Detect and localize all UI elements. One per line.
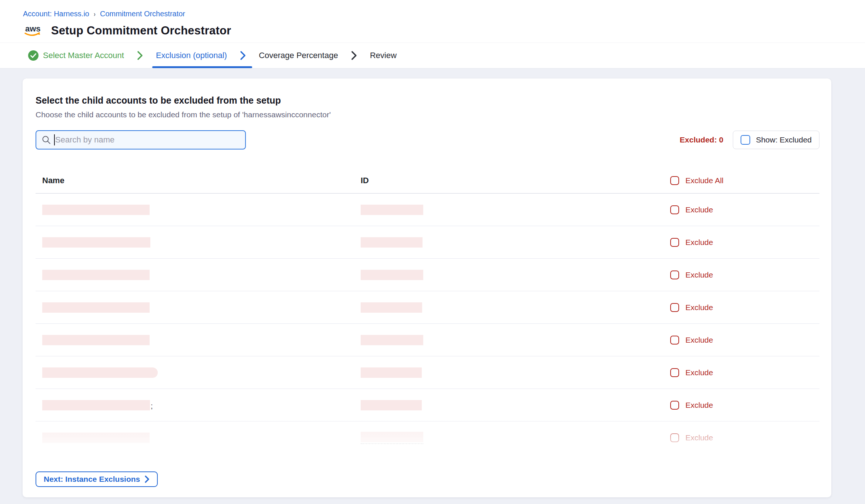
exclude-all-control: Exclude All [670,176,813,185]
child-accounts-table: Name ID Exclude All Exclude [36,168,819,454]
cell-id [361,205,670,215]
cell-exclude: Exclude [670,238,813,247]
text-cursor [54,134,55,145]
exclude-checkbox[interactable] [670,368,679,377]
exclude-label: Exclude [685,303,713,312]
cell-id [361,237,670,248]
breadcrumb: Account: Harness.io › Commitment Orchest… [0,0,865,18]
table-row: Exclude [36,421,819,454]
step-select-master-account[interactable]: Select Master Account [28,43,124,68]
search-box[interactable] [36,130,246,149]
app-header: Account: Harness.io › Commitment Orchest… [0,0,865,68]
step-label: Select Master Account [43,51,124,60]
exclude-checkbox[interactable] [670,401,679,410]
cell-name [42,335,361,345]
table-row: Exclude [36,291,819,324]
cell-name [42,270,361,280]
cell-id [361,432,670,444]
redacted-account-id [361,400,422,410]
redacted-account-id [361,432,423,442]
column-header-id: ID [361,176,670,185]
table-row: Exclude [36,259,819,291]
cell-id [361,400,670,410]
aws-logo-icon: aws [24,23,43,38]
breadcrumb-page-link[interactable]: Commitment Orchestrator [100,10,185,18]
exclude-label: Exclude [685,205,713,214]
cell-name: ; [42,400,361,410]
step-coverage-percentage[interactable]: Coverage Percentage [259,43,338,68]
panel-heading: Select the child accounts to be excluded… [36,95,819,106]
redacted-account-name [42,302,150,313]
page-title: Setup Commitment Orchestrator [51,24,231,37]
cell-exclude: Exclude [670,303,813,312]
table-row: ; Exclude [36,389,819,421]
stepper-chevron-icon [240,51,246,60]
exclude-label: Exclude [685,433,713,442]
cell-exclude: Exclude [670,368,813,377]
title-row: aws Setup Commitment Orchestrator [0,18,865,43]
redacted-account-name [42,367,158,378]
next-instance-exclusions-button[interactable]: Next: Instance Exclusions [36,471,158,487]
cell-exclude: Exclude [670,401,813,410]
cell-name [42,205,361,215]
cell-exclude: Exclude [670,271,813,279]
step-completed-check-icon [28,50,39,61]
step-exclusion-optional[interactable]: Exclusion (optional) [156,43,227,68]
cell-name [42,302,361,313]
svg-text:aws: aws [25,24,41,33]
step-label: Coverage Percentage [259,51,338,60]
step-label: Exclusion (optional) [156,51,227,60]
toolbar: Excluded: 0 Show: Excluded [36,130,819,149]
exclude-checkbox[interactable] [670,336,679,345]
redacted-account-id [361,367,422,378]
redacted-account-id [361,335,423,345]
cell-exclude: Exclude [670,336,813,345]
redacted-account-name [42,400,150,410]
exclude-checkbox[interactable] [670,238,679,247]
exclude-checkbox[interactable] [670,205,679,214]
cell-id [361,302,670,313]
breadcrumb-account-link[interactable]: Account: Harness.io [23,10,89,18]
exclude-label: Exclude [685,238,713,247]
show-excluded-checkbox[interactable] [741,135,750,145]
breadcrumb-chevron-icon: › [94,10,96,18]
table-row: Exclude [36,356,819,389]
cell-exclude: Exclude [670,433,813,442]
redaction-suffix-text: ; [151,402,153,410]
redacted-account-name [42,433,150,443]
setup-stepper: Select Master Account Exclusion (optiona… [0,43,865,68]
table-row: Exclude [36,324,819,356]
step-label: Review [370,51,397,60]
exclude-label: Exclude [685,336,713,345]
stepper-chevron-icon [137,51,143,60]
redacted-account-id [361,237,423,248]
exclude-checkbox[interactable] [670,433,679,442]
redacted-account-name [42,205,150,215]
exclude-all-checkbox[interactable] [670,176,679,185]
search-input[interactable] [55,135,240,145]
exclude-checkbox[interactable] [670,271,679,279]
table-row: Exclude [36,226,819,259]
cell-exclude: Exclude [670,205,813,214]
exclude-checkbox[interactable] [670,303,679,312]
cell-id [361,367,670,378]
step-review[interactable]: Review [370,43,397,68]
redacted-account-id [361,205,423,215]
table-body: Exclude Exclude Exclude [36,194,819,454]
cell-name [42,237,361,248]
redacted-account-name [42,237,150,248]
table-row: Exclude [36,194,819,226]
redacted-account-name [42,270,150,280]
table-header-row: Name ID Exclude All [36,168,819,194]
next-button-chevron-icon [144,476,150,483]
redacted-account-id [361,302,422,313]
next-button-label: Next: Instance Exclusions [44,475,140,484]
cell-name [42,433,361,443]
exclude-label: Exclude [685,368,713,377]
panel-subheading: Choose the child accounts to be excluded… [36,110,819,119]
active-step-underline [152,66,252,68]
show-excluded-toggle[interactable]: Show: Excluded [733,131,819,149]
redacted-account-name [42,335,150,345]
exclude-all-label: Exclude All [685,176,724,185]
exclude-label: Exclude [685,271,713,279]
